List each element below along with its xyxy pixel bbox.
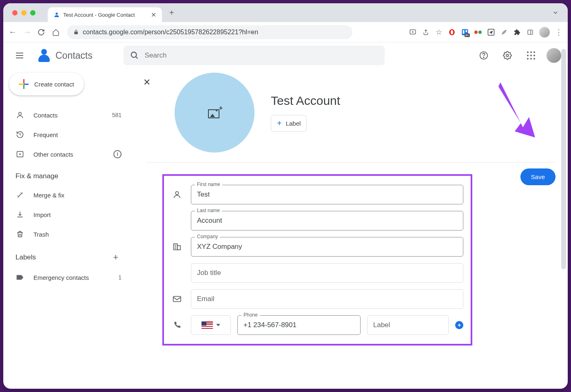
browser-toolbar: ← → contacts.google.com/person/c25051957… <box>3 22 568 42</box>
svg-line-13 <box>136 57 138 59</box>
last-name-input[interactable] <box>191 211 463 230</box>
forward-button[interactable]: → <box>23 27 32 37</box>
create-contact-label: Create contact <box>34 81 74 88</box>
extension-feather-icon[interactable] <box>500 28 508 36</box>
nav-label: Import <box>33 211 51 218</box>
extension-trello-icon[interactable]: 9+ <box>461 28 469 36</box>
add-label-button[interactable]: + <box>113 252 118 263</box>
install-app-icon[interactable] <box>409 28 417 36</box>
sidebar-item-other-contacts[interactable]: Other contacts i <box>9 144 128 164</box>
help-button[interactable] <box>476 47 492 64</box>
phone-label-input[interactable] <box>367 315 449 335</box>
email-icon <box>171 295 183 303</box>
reload-button[interactable] <box>38 29 46 36</box>
close-window-button[interactable] <box>12 10 18 16</box>
sidebar-label-emergency[interactable]: Emergency contacts 1 <box>9 268 128 287</box>
company-label: Company <box>195 234 220 239</box>
app-name: Contacts <box>55 50 93 61</box>
back-button[interactable]: ← <box>8 27 17 37</box>
nav-count: 1 <box>118 274 122 281</box>
info-icon[interactable]: i <box>113 150 122 158</box>
browser-profile-avatar[interactable] <box>539 27 550 38</box>
add-label-button[interactable]: + Label <box>271 115 307 132</box>
first-name-input[interactable] <box>191 185 463 204</box>
new-tab-button[interactable]: + <box>169 8 174 18</box>
settings-button[interactable] <box>499 47 516 64</box>
window-controls <box>8 10 40 16</box>
svg-point-12 <box>131 52 137 58</box>
browser-tab[interactable]: Test Account - Google Contact ✕ <box>48 7 162 22</box>
main-menu-button[interactable] <box>10 46 29 65</box>
search-input[interactable] <box>145 51 378 60</box>
search-bar[interactable] <box>124 46 385 65</box>
contacts-favicon-icon <box>53 11 60 18</box>
phone-input[interactable] <box>237 315 361 335</box>
account-avatar[interactable] <box>547 48 561 63</box>
company-input[interactable] <box>191 237 463 257</box>
svg-point-0 <box>55 13 58 15</box>
lock-icon <box>73 29 79 35</box>
person-icon <box>171 190 183 199</box>
trash-icon <box>15 230 24 238</box>
svg-point-7 <box>474 30 478 33</box>
download-icon <box>15 210 24 219</box>
svg-point-16 <box>506 54 509 57</box>
share-icon[interactable] <box>422 28 430 36</box>
annotation-arrow <box>488 78 537 140</box>
svg-point-19 <box>175 192 178 195</box>
close-tab-button[interactable]: ✕ <box>151 11 156 19</box>
svg-point-15 <box>483 57 484 58</box>
sidebar-item-import[interactable]: Import <box>9 205 128 224</box>
phone-label: Phone <box>241 312 260 318</box>
svg-rect-21 <box>177 246 180 250</box>
tab-title: Test Account - Google Contact <box>63 12 148 18</box>
minimize-window-button[interactable] <box>21 10 27 16</box>
home-button[interactable] <box>52 29 61 36</box>
sidebar-item-contacts[interactable]: Contacts 581 <box>9 105 128 125</box>
sidebar-item-merge-fix[interactable]: Merge & fix <box>9 185 128 205</box>
svg-point-8 <box>478 30 482 33</box>
label-button-text: Label <box>286 120 301 127</box>
svg-point-17 <box>19 112 22 115</box>
app-logo[interactable]: Contacts <box>36 47 93 64</box>
extension-goggles-icon[interactable] <box>474 28 482 36</box>
extension-send-icon[interactable] <box>487 28 495 36</box>
add-photo-icon: + <box>208 107 221 118</box>
contacts-logo-icon <box>36 47 52 64</box>
wand-icon <box>15 191 24 199</box>
sidebar: Create contact Contacts 581 Frequent Oth… <box>3 69 134 389</box>
svg-rect-6 <box>466 30 467 32</box>
browser-menu-button[interactable]: ⋮ <box>555 28 563 36</box>
save-button[interactable]: Save <box>520 168 556 185</box>
email-input[interactable] <box>191 289 463 309</box>
contact-avatar-button[interactable]: + <box>175 73 255 153</box>
google-apps-button[interactable] <box>523 47 539 64</box>
sidebar-item-frequent[interactable]: Frequent <box>9 125 128 144</box>
bookmark-star-icon[interactable]: ☆ <box>435 28 443 36</box>
job-title-input[interactable] <box>191 263 463 283</box>
country-code-select[interactable] <box>191 315 231 335</box>
chevron-down-icon <box>216 324 220 326</box>
maximize-window-button[interactable] <box>30 10 35 16</box>
nav-label: Contacts <box>33 112 58 119</box>
create-contact-button[interactable]: Create contact <box>9 73 84 95</box>
history-icon <box>15 131 24 139</box>
main-content: ✕ + Test Account + Label <box>134 69 568 389</box>
contact-header: + Test Account + Label Save <box>146 73 556 163</box>
scrollbar[interactable] <box>561 49 566 277</box>
label-icon <box>15 274 24 281</box>
nav-label: Merge & fix <box>33 192 64 199</box>
person-icon <box>15 111 24 119</box>
sidebar-section-labels: Labels + <box>9 244 128 268</box>
add-phone-button[interactable]: + <box>455 321 463 329</box>
nav-label: Other contacts <box>33 151 73 158</box>
sidebar-section-manage: Fix & manage <box>9 164 128 185</box>
sidebar-item-trash[interactable]: Trash <box>9 224 128 244</box>
extension-opera-icon[interactable] <box>448 28 456 36</box>
phone-icon <box>171 321 183 329</box>
extensions-puzzle-icon[interactable] <box>513 28 521 36</box>
address-bar[interactable]: contacts.google.com/person/c250519578262… <box>67 25 352 39</box>
tab-overflow-button[interactable] <box>552 9 559 16</box>
side-panel-icon[interactable] <box>526 28 534 36</box>
url-text: contacts.google.com/person/c250519578262… <box>83 29 258 36</box>
